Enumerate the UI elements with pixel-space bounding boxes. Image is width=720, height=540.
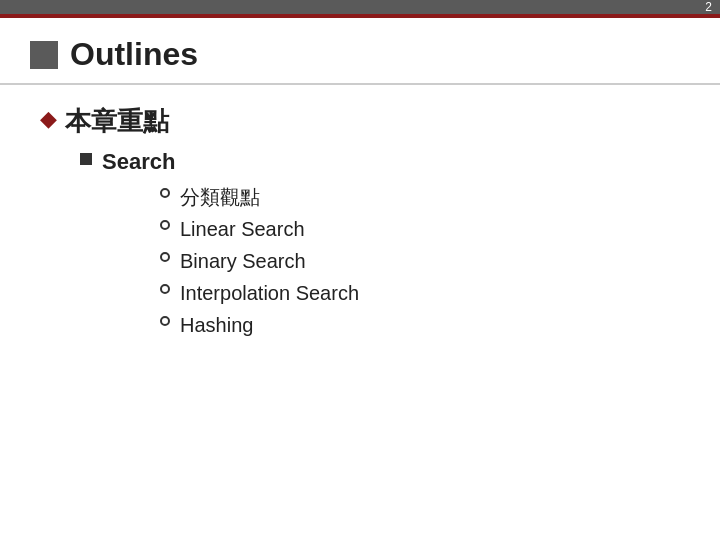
level3-text-2: Binary Search	[180, 246, 306, 276]
content-area: ◆ 本章重點 Search 分類觀點 Linear Search Binary …	[0, 85, 720, 366]
circle-bullet	[160, 252, 170, 262]
circle-bullet	[160, 188, 170, 198]
level2-item: Search	[80, 147, 680, 178]
top-bar: 2	[0, 0, 720, 18]
list-item: Binary Search	[160, 246, 680, 276]
list-item: Interpolation Search	[160, 278, 680, 308]
diamond-bullet: ◆	[40, 105, 57, 134]
page-title: Outlines	[70, 36, 198, 73]
accent-bar	[0, 14, 720, 18]
list-item: 分類觀點	[160, 182, 680, 212]
list-item: Hashing	[160, 310, 680, 340]
level3-text-4: Hashing	[180, 310, 253, 340]
level3-text-1: Linear Search	[180, 214, 305, 244]
level1-text: 本章重點	[65, 105, 169, 139]
title-icon	[30, 41, 58, 69]
level3-text-3: Interpolation Search	[180, 278, 359, 308]
list-item: Linear Search	[160, 214, 680, 244]
level3-text-0: 分類觀點	[180, 182, 260, 212]
level2-text: Search	[102, 147, 175, 178]
square-bullet	[80, 153, 92, 165]
level1-item: ◆ 本章重點	[40, 105, 680, 139]
circle-bullet	[160, 316, 170, 326]
circle-bullet	[160, 284, 170, 294]
circle-bullet	[160, 220, 170, 230]
title-section: Outlines	[0, 18, 720, 85]
level3-container: 分類觀點 Linear Search Binary Search Interpo…	[160, 182, 680, 340]
level2-container: Search 分類觀點 Linear Search Binary Search …	[80, 147, 680, 340]
